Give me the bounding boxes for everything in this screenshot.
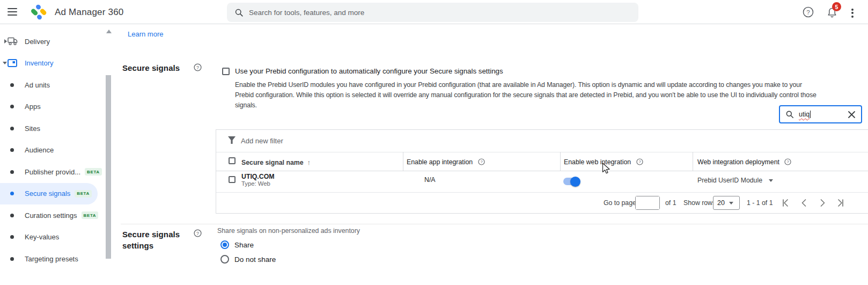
sidebar-item-label: Targeting presets [25,255,78,263]
app-title: Ad Manager 360 [55,7,124,18]
filter-funnel-icon [227,136,236,145]
prebid-config-checkbox-label: Use your Prebid configuration to automat… [235,67,503,75]
bullet-icon [10,127,14,130]
delivery-truck-icon [8,37,18,46]
secure-signals-table: Add new filter Secure signal name↑ Enabl… [216,129,868,214]
select-all-checkbox[interactable] [229,157,236,164]
column-header-name[interactable]: Secure signal name↑ [241,158,311,166]
expand-arrow-icon[interactable] [4,39,7,43]
sidebar-item-label: Audience [25,146,54,154]
prebid-config-description: Enable the Prebid UserID modules you hav… [235,80,819,111]
bullet-icon [10,170,14,174]
sidebar-item-label: Apps [25,103,41,111]
bullet-icon [10,148,14,152]
clear-search-icon[interactable] [848,111,856,119]
toggle-knob [570,177,580,187]
bullet-icon [10,105,14,108]
svg-text:?: ? [480,159,482,164]
sidebar-item-targeting-presets[interactable]: Targeting presets [0,248,113,269]
sidebar-item-delivery[interactable]: Delivery [0,31,113,52]
column-header-app-integration[interactable]: Enable app integration ? [407,158,485,166]
svg-text:?: ? [638,159,641,164]
search-icon [785,110,794,119]
ad-manager-app: Ad Manager 360 ? 5 [0,0,868,285]
column-header-deployment[interactable]: Web integration deployment ? [697,158,791,166]
more-options-icon[interactable] [850,7,855,19]
svg-text:?: ? [787,159,789,164]
share-radio-label: Share [234,241,254,249]
help-circle-icon[interactable]: ? [784,158,791,165]
help-circle-icon[interactable]: ? [194,63,202,71]
help-circle-icon[interactable]: ? [478,158,485,165]
bullet-icon [10,235,14,239]
chevron-down-icon [769,179,773,182]
page-number-input[interactable] [635,196,660,210]
inventory-icon [8,59,17,67]
last-page-icon[interactable] [836,198,845,208]
secure-signals-settings-heading: Secure signals settings [122,229,186,251]
bullet-icon [10,257,14,261]
collapse-arrow-icon[interactable] [3,62,7,64]
signal-type: Type: Web [241,180,270,187]
do-not-share-radio[interactable] [220,255,229,264]
help-circle-icon[interactable]: ? [194,229,202,237]
sidebar-item-apps[interactable]: Apps [0,96,113,118]
chevron-down-icon [729,202,733,204]
previous-page-icon[interactable] [799,198,809,208]
bullet-icon [10,192,14,195]
top-bar: Ad Manager 360 ? 5 [0,0,868,24]
sidebar-item-label: Ad units [25,81,50,89]
sidebar-nav: Delivery Inventory Ad units Apps Sites A… [0,24,114,285]
signal-search-box[interactable]: utiq [779,105,862,123]
sidebar-item-publisher-provided[interactable]: Publisher provid... BETA [0,161,113,182]
deployment-dropdown[interactable]: Prebid UserID Module [697,177,773,184]
signal-name: UTIQ.COM [241,173,274,180]
text-cursor [810,111,811,118]
share-radio[interactable] [220,240,229,249]
sidebar-item-curation-settings[interactable]: Curation settings BETA [0,204,113,226]
help-circle-icon[interactable]: ? [636,158,643,165]
app-integration-value: N/A [424,176,436,184]
sidebar-item-inventory[interactable]: Inventory [0,53,113,74]
bullet-icon [10,214,14,217]
page-number-field[interactable] [636,196,659,209]
sidebar-item-secure-signals[interactable]: Secure signals BETA [0,183,113,204]
first-page-icon[interactable] [781,198,790,208]
sidebar-item-label: Inventory [25,59,53,67]
menu-icon[interactable] [8,8,17,18]
sidebar-item-audience[interactable]: Audience [0,140,113,161]
secure-signals-heading: Secure signals [122,63,180,72]
svg-text:?: ? [196,231,199,236]
web-integration-toggle[interactable] [563,178,579,185]
notification-count-badge: 5 [832,2,841,11]
page-of-label: of 1 [665,199,676,207]
next-page-icon[interactable] [818,198,827,208]
sidebar-item-label: Curation settings [25,211,77,220]
sidebar-item-key-values[interactable]: Key-values [0,226,113,248]
sidebar-item-label: Sites [25,125,40,133]
search-icon [234,8,244,17]
bullet-icon [10,83,14,87]
row-checkbox[interactable] [229,176,236,183]
rows-per-page-select[interactable]: 20 [713,196,740,210]
sidebar-item-label: Secure signals [25,189,70,198]
sidebar-item-ad-units[interactable]: Ad units [0,74,113,96]
row-range-label: 1 - 1 of 1 [747,199,773,207]
learn-more-link[interactable]: Learn more [128,30,163,38]
beta-badge: BETA [75,190,92,198]
svg-text:?: ? [196,65,199,70]
global-search-input[interactable] [249,9,614,17]
signal-search-input[interactable]: utiq [799,111,810,118]
add-filter-field[interactable]: Add new filter [241,137,283,145]
section-divider [121,224,868,224]
do-not-share-radio-label: Do not share [234,255,276,264]
sort-ascending-icon: ↑ [307,158,311,166]
svg-text:?: ? [806,9,810,16]
ad-manager-logo-icon [30,3,48,21]
help-icon[interactable]: ? [803,6,814,18]
global-search[interactable] [227,3,638,22]
sidebar-item-label: Publisher provid... [25,168,80,176]
go-to-page-label: Go to page: [604,199,638,207]
sidebar-item-sites[interactable]: Sites [0,118,113,139]
prebid-config-checkbox[interactable] [222,68,230,75]
